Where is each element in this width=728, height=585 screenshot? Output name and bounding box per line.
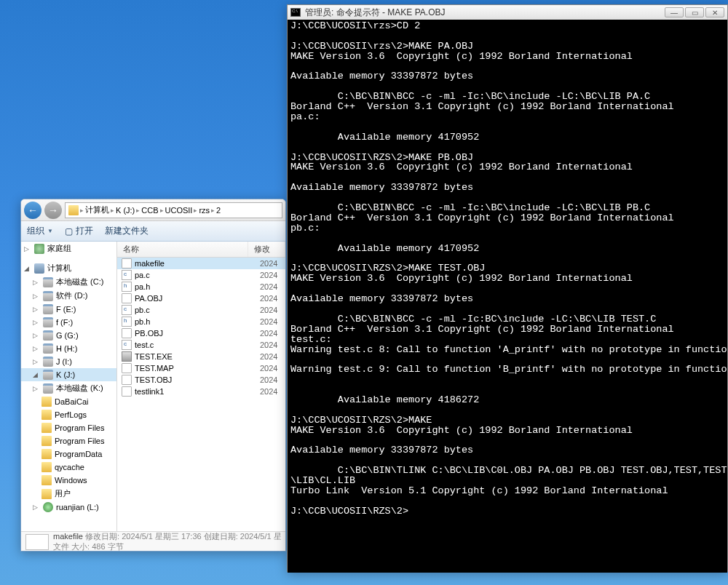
file-name: TEST.EXE xyxy=(135,352,257,361)
folder-icon xyxy=(41,462,52,472)
tree-drive[interactable]: ▷f (F:) xyxy=(21,316,116,329)
tree-drive-selected[interactable]: ◢K (J:) xyxy=(21,368,116,381)
file-date: 2024 xyxy=(260,329,277,338)
file-h-icon xyxy=(122,282,132,292)
tree-drive[interactable]: ▷F (E:) xyxy=(21,303,116,316)
tree-drive[interactable]: ▷软件 (D:) xyxy=(21,289,116,303)
tree-drive[interactable]: ▷G (G:) xyxy=(21,329,116,342)
file-date: 2024 xyxy=(260,306,277,314)
file-icon xyxy=(122,293,132,303)
file-name: TEST.MAP xyxy=(135,364,257,373)
tree-homegroup[interactable]: ▷家庭组 xyxy=(21,242,116,255)
file-row[interactable]: TEST.OBJ2024 xyxy=(117,374,285,386)
file-c-icon xyxy=(122,270,132,280)
file-row[interactable]: pb.c2024 xyxy=(117,304,285,316)
file-h-icon xyxy=(122,317,132,327)
drive-icon xyxy=(43,277,53,287)
bc-item[interactable]: 2 xyxy=(216,206,221,215)
explorer-toolbar: 组织▼ ▢打开 新建文件夹 xyxy=(21,221,285,242)
detail-type: 文件 xyxy=(53,542,69,551)
tree-drive[interactable]: ▷J (I:) xyxy=(21,355,116,368)
forward-button[interactable]: → xyxy=(44,202,62,219)
drive-icon xyxy=(43,304,53,314)
file-name: PA.OBJ xyxy=(135,294,257,303)
tree-folder[interactable]: PerfLogs xyxy=(21,408,116,421)
tree-drive[interactable]: ▷本地磁盘 (K:) xyxy=(21,381,116,395)
file-name: test.c xyxy=(135,341,257,349)
file-name: testlink1 xyxy=(135,387,257,396)
file-c-icon xyxy=(122,340,132,350)
explorer-window[interactable]: ← → ▸ 计算机 ▸ K (J:) ▸ CCB ▸ UCOSII ▸ rzs … xyxy=(20,199,286,552)
organize-button[interactable]: 组织▼ xyxy=(27,225,53,237)
tree-drive[interactable]: ▷ruanjian (L:) xyxy=(21,501,116,514)
folder-icon xyxy=(41,436,52,446)
cmd-body[interactable]: J:\CCB\UCOSII\rzs>CD 2 J:\CCB\UCOSII\rzs… xyxy=(288,20,727,573)
file-row[interactable]: PA.OBJ2024 xyxy=(117,292,285,304)
file-date: 2024 xyxy=(260,317,277,326)
file-row[interactable]: test.c2024 xyxy=(117,339,285,351)
bc-item[interactable]: K (J:) xyxy=(116,206,135,215)
file-date: 2024 xyxy=(260,271,277,279)
file-date: 2024 xyxy=(260,364,277,373)
tree-folder[interactable]: DaBaiCai xyxy=(21,395,116,408)
file-preview-icon xyxy=(25,534,49,550)
file-row[interactable]: pa.h2024 xyxy=(117,281,285,292)
file-icon xyxy=(122,386,132,397)
col-date[interactable]: 修改 xyxy=(248,242,285,257)
tree-drive[interactable]: ▷本地磁盘 (C:) xyxy=(21,275,116,289)
file-name: TEST.OBJ xyxy=(135,375,257,384)
file-date: 2024 xyxy=(260,375,277,384)
newfolder-button[interactable]: 新建文件夹 xyxy=(105,225,149,237)
folder-icon xyxy=(41,410,52,420)
file-row[interactable]: pb.h2024 xyxy=(117,316,285,327)
col-name[interactable]: 名称 xyxy=(117,242,248,257)
file-icon xyxy=(122,363,132,373)
folder-icon xyxy=(41,423,52,433)
file-header[interactable]: 名称 修改 xyxy=(117,242,285,258)
tree-folder[interactable]: Program Files xyxy=(21,421,116,434)
tree-drive[interactable]: ▷H (H:) xyxy=(21,342,116,355)
bc-item[interactable]: rzs xyxy=(199,206,210,215)
file-row[interactable]: PB.OBJ2024 xyxy=(117,327,285,339)
tree-folder[interactable]: ProgramData xyxy=(21,447,116,461)
details-bar: makefile 修改日期: 2024/5/1 星期三 17:36 创建日期: … xyxy=(21,531,285,552)
file-name: PB.OBJ xyxy=(135,329,257,338)
tree-folder[interactable]: Program Files xyxy=(21,434,116,447)
file-name: makefile xyxy=(135,259,257,268)
minimize-button[interactable]: — xyxy=(665,7,684,17)
file-row[interactable]: makefile2024 xyxy=(117,258,285,269)
tree-computer[interactable]: ◢计算机 xyxy=(21,261,116,275)
file-row[interactable]: pa.c2024 xyxy=(117,269,285,281)
file-name: pb.c xyxy=(135,306,257,314)
bc-item[interactable]: CCB xyxy=(141,206,158,215)
tree-panel[interactable]: ▷家庭组 ◢计算机 ▷本地磁盘 (C:) ▷软件 (D:) ▷F (E:) ▷f… xyxy=(21,242,117,531)
bc-item[interactable]: UCOSII xyxy=(165,206,193,215)
file-date: 2024 xyxy=(260,294,277,303)
bc-item[interactable]: 计算机 xyxy=(85,204,109,215)
file-date: 2024 xyxy=(260,352,277,361)
file-icon xyxy=(122,375,132,385)
folder-icon xyxy=(68,205,79,215)
tree-folder[interactable]: qycache xyxy=(21,461,116,474)
file-row[interactable]: TEST.EXE2024 xyxy=(117,351,285,362)
cmd-titlebar[interactable]: 管理员: 命令提示符 - MAKE PA.OBJ — ▭ ✕ xyxy=(288,5,727,20)
open-button[interactable]: ▢打开 xyxy=(65,225,93,237)
file-name: pa.h xyxy=(135,282,257,291)
explorer-body: ▷家庭组 ◢计算机 ▷本地磁盘 (C:) ▷软件 (D:) ▷F (E:) ▷f… xyxy=(21,242,285,531)
tree-folder[interactable]: Windows xyxy=(21,474,116,487)
back-button[interactable]: ← xyxy=(24,202,41,219)
file-panel[interactable]: 名称 修改 makefile2024pa.c2024pa.h2024PA.OBJ… xyxy=(117,242,285,531)
file-icon xyxy=(122,328,132,338)
maximize-button[interactable]: ▭ xyxy=(685,7,704,17)
cmd-window[interactable]: 管理员: 命令提示符 - MAKE PA.OBJ — ▭ ✕ J:\CCB\UC… xyxy=(287,4,728,572)
cmd-icon xyxy=(290,8,301,17)
close-button[interactable]: ✕ xyxy=(705,7,724,17)
tree-folder[interactable]: 用户 xyxy=(21,487,116,501)
file-row[interactable]: testlink12024 xyxy=(117,386,285,397)
breadcrumb[interactable]: ▸ 计算机 ▸ K (J:) ▸ CCB ▸ UCOSII ▸ rzs ▸ 2 xyxy=(65,202,282,218)
detail-name: makefile xyxy=(53,532,83,541)
folder-icon xyxy=(41,449,52,459)
drive-icon xyxy=(43,317,53,327)
file-c-icon xyxy=(122,305,132,315)
file-row[interactable]: TEST.MAP2024 xyxy=(117,362,285,374)
